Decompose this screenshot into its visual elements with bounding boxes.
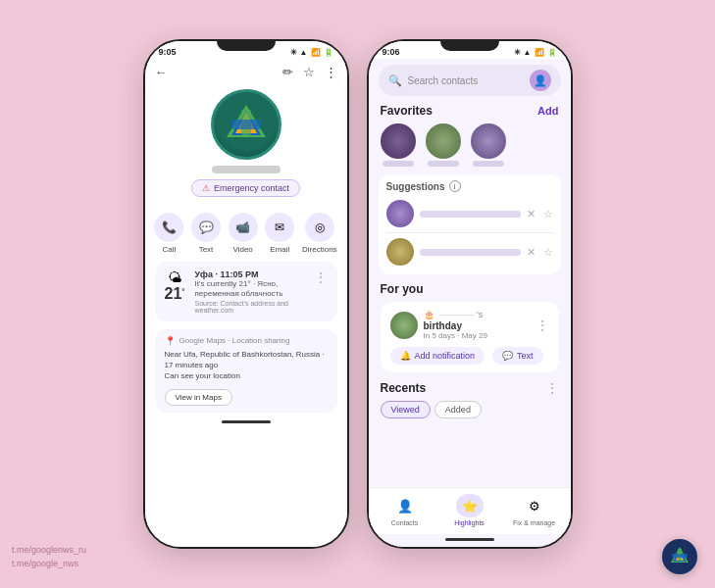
home-indicator-right <box>445 538 494 541</box>
sugg-actions-1: ✕ ☆ <box>527 208 553 220</box>
action-call[interactable]: 📞 Call <box>154 213 183 254</box>
weather-more-button[interactable]: ⋮ <box>314 270 328 285</box>
add-notification-label: Add notification <box>415 351 476 361</box>
action-text[interactable]: 💬 Text <box>191 213 221 254</box>
for-you-top: 🎂 ———— 's birthday In 5 days · May 29 ⋮ <box>390 310 549 340</box>
contact-name-placeholder <box>212 166 281 173</box>
status-icons-left: ✳ ▲ 📶 🔋 <box>290 48 333 57</box>
highlights-nav-label: Highlights <box>454 519 485 526</box>
fav-avatar-1 <box>381 123 416 159</box>
weather-emoji: 🌤 <box>168 270 181 285</box>
tab-added[interactable]: Added <box>434 401 482 418</box>
bottom-nav: 👤 Contacts ⭐ Highlights ⚙ Fix & manage <box>369 487 571 534</box>
weather-card: 🌤 21° Уфа · 11:05 PM It's currently 21° … <box>155 262 337 321</box>
call-label: Call <box>162 245 176 254</box>
recents-tabs: Viewed Added <box>381 401 559 418</box>
logo-badge <box>662 539 697 574</box>
video-icon: 📹 <box>229 213 258 242</box>
text-label: Text <box>199 245 214 254</box>
search-icon: 🔍 <box>388 74 402 87</box>
topbar-icons: ✏ ☆ ⋮ <box>282 65 337 79</box>
sugg-actions-2: ✕ ☆ <box>527 246 553 259</box>
birthday-date: In 5 days · May 29 <box>424 331 530 340</box>
weather-city: Уфа · 11:05 PM <box>195 270 306 279</box>
sugg-dismiss-1[interactable]: ✕ <box>527 208 536 220</box>
left-phone: 9:05 ✳ ▲ 📶 🔋 ← ✏ ☆ ⋮ <box>143 39 349 549</box>
search-bar[interactable]: 🔍 Search contacts 👤 <box>379 65 561 96</box>
view-maps-button[interactable]: View in Maps <box>165 389 232 406</box>
for-you-header: For you <box>381 282 559 298</box>
nav-highlights[interactable]: ⭐ Highlights <box>437 494 502 526</box>
email-icon: ✉ <box>265 213 294 242</box>
text-icon: 💬 <box>191 213 221 242</box>
contact-avatar <box>211 89 281 160</box>
sugg-star-2[interactable]: ☆ <box>543 246 553 259</box>
sugg-star-1[interactable]: ☆ <box>543 208 553 220</box>
favorites-header: Favorites Add <box>369 100 571 120</box>
status-icons-right: ✳ ▲ 📶 🔋 <box>514 48 557 57</box>
favorites-add-button[interactable]: Add <box>537 105 558 117</box>
recents-title: Recents <box>381 381 427 395</box>
sugg-avatar-2 <box>386 238 414 266</box>
video-label: Video <box>233 245 253 254</box>
text-button-label: Text <box>517 351 534 361</box>
nav-fix-manage[interactable]: ⚙ Fix & manage <box>502 494 567 526</box>
call-icon: 📞 <box>154 213 183 242</box>
more-button[interactable]: ⋮ <box>325 65 337 79</box>
contact-topbar: ← ✏ ☆ ⋮ <box>145 59 347 81</box>
fix-manage-nav-label: Fix & manage <box>513 519 555 526</box>
recents-section: Recents ⋮ Viewed Added <box>369 374 571 420</box>
email-label: Email <box>270 245 289 254</box>
action-directions[interactable]: ◎ Directions <box>302 213 337 254</box>
svg-rect-9 <box>672 554 688 558</box>
left-screen: 9:05 ✳ ▲ 📶 🔋 ← ✏ ☆ ⋮ <box>145 41 347 547</box>
birthday-text-button[interactable]: 💬 Text <box>492 347 543 365</box>
contact-avatar-area: ⚠ Emergency contact <box>145 81 347 205</box>
fav-item-2[interactable] <box>426 123 461 167</box>
sugg-dismiss-2[interactable]: ✕ <box>527 246 536 259</box>
for-you-actions: 🔔 Add notification 💬 Text <box>390 347 549 365</box>
fav-item-1[interactable] <box>381 123 416 167</box>
sugg-avatar-1 <box>386 200 414 227</box>
weather-info: Уфа · 11:05 PM It's currently 21° · Ясно… <box>195 270 306 314</box>
contacts-nav-label: Contacts <box>391 519 419 526</box>
suggestion-item-2: ✕ ☆ <box>386 235 553 269</box>
location-card: 📍 Google Maps · Location sharing Near Uf… <box>155 329 337 414</box>
location-pin-icon: 📍 <box>165 336 176 346</box>
action-email[interactable]: ✉ Email <box>265 213 294 254</box>
text-msg-icon: 💬 <box>502 351 513 361</box>
favorites-title: Favorites <box>381 104 433 118</box>
favorites-row <box>369 120 571 172</box>
notch-right <box>440 41 499 51</box>
nav-contacts[interactable]: 👤 Contacts <box>373 494 437 526</box>
watermark: t.me/googlenws_ru t.me/google_nws <box>12 544 86 570</box>
fav-name-1 <box>383 161 414 167</box>
recents-more-button[interactable]: ⋮ <box>545 380 559 396</box>
tab-viewed[interactable]: Viewed <box>381 401 431 418</box>
svg-rect-4 <box>231 120 261 129</box>
highlights-icon: ⭐ <box>456 494 484 517</box>
emergency-label: Emergency contact <box>214 183 289 193</box>
edit-button[interactable]: ✏ <box>282 65 293 79</box>
for-you-more-button[interactable]: ⋮ <box>536 318 549 333</box>
suggestion-item-1: ✕ ☆ <box>386 197 553 230</box>
fav-item-3[interactable] <box>471 123 506 167</box>
weather-source: Source: Contact's address and weather.co… <box>195 300 306 314</box>
right-screen: 9:06 ✳ ▲ 📶 🔋 🔍 Search contacts 👤 Favorit… <box>369 41 571 547</box>
star-button[interactable]: ☆ <box>303 65 315 79</box>
spacer <box>369 420 571 487</box>
home-indicator-left <box>222 420 271 423</box>
weather-temp: 21° <box>165 285 185 303</box>
directions-icon: ◎ <box>305 213 334 242</box>
emergency-badge: ⚠ Emergency contact <box>191 179 300 197</box>
action-row: 📞 Call 💬 Text 📹 Video ✉ Email ◎ Dir <box>145 205 347 258</box>
search-placeholder: Search contacts <box>408 75 524 86</box>
location-text: Near Ufa, Republic of Bashkortostan, Rus… <box>165 349 328 382</box>
suggestions-info-icon[interactable]: i <box>449 180 461 192</box>
action-video[interactable]: 📹 Video <box>229 213 258 254</box>
fav-avatar-2 <box>426 123 461 159</box>
back-button[interactable]: ← <box>155 65 168 79</box>
fav-name-2 <box>428 161 459 167</box>
contacts-icon: 👤 <box>391 494 419 517</box>
add-notification-button[interactable]: 🔔 Add notification <box>390 347 485 365</box>
